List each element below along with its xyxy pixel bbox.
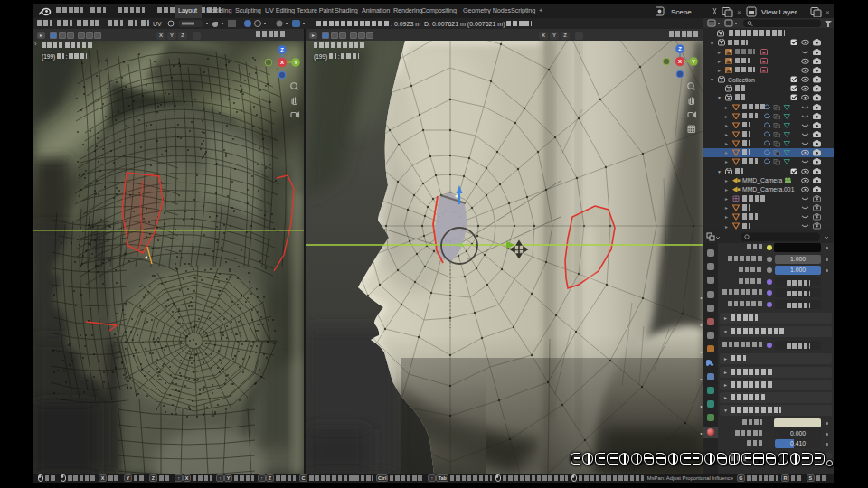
svg-text:Scene: Scene — [671, 8, 692, 16]
svg-text:×: × — [737, 8, 741, 16]
svg-text:Z: Z — [280, 47, 284, 52]
svg-text:Y: Y — [294, 60, 297, 65]
svg-text:X: X — [678, 59, 682, 64]
svg-text:X: X — [280, 60, 284, 65]
svg-text:View Layer: View Layer — [761, 8, 797, 16]
svg-text:Y: Y — [692, 59, 695, 64]
svg-text:×: × — [826, 8, 830, 16]
svg-text:Z: Z — [678, 46, 682, 52]
